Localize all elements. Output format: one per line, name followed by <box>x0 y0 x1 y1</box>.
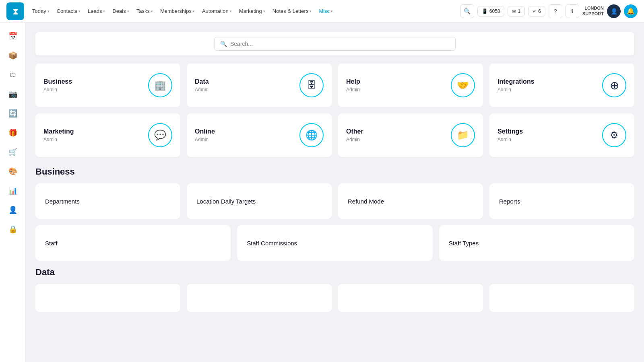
marketing-icon: 💬 <box>148 123 172 147</box>
svg-text:⧗: ⧗ <box>12 6 19 16</box>
chevron-icon: ▾ <box>151 9 153 13</box>
sidebar-item-folders[interactable]: 🗂 <box>4 66 22 84</box>
card-other[interactable]: Other Admin 📁 <box>338 113 483 157</box>
data-icon: 🗄 <box>299 73 324 97</box>
app-logo[interactable]: ⧗ <box>6 2 24 20</box>
sidebar-item-calendar[interactable]: 📅 <box>4 27 22 45</box>
sidebar-item-lock[interactable]: 🔒 <box>4 220 22 238</box>
sidebar: 📅 📦 🗂 📷 🔄 🎁 🛒 🎨 📊 👤 🔒 <box>0 23 26 362</box>
sidebar-item-design[interactable]: 🎨 <box>4 162 22 180</box>
search-input[interactable] <box>230 41 450 47</box>
card-business[interactable]: Business Admin 🏢 <box>35 64 180 107</box>
card-departments[interactable]: Departments <box>35 183 180 219</box>
main-content: 🔍 Business Admin 🏢 Data Admin 🗄 Help Adm… <box>26 23 644 362</box>
nav-marketing[interactable]: Marketing ▾ <box>236 6 268 16</box>
nav-automation[interactable]: Automation ▾ <box>199 6 235 16</box>
sidebar-item-history[interactable]: 🔄 <box>4 105 22 122</box>
card-marketing[interactable]: Marketing Admin 💬 <box>35 113 180 157</box>
phone-icon: 📱 <box>482 8 488 14</box>
business-icon: 🏢 <box>148 73 172 97</box>
online-icon: 🌐 <box>299 123 324 147</box>
business-row-1: Departments Location Daily Targets Refun… <box>35 183 634 219</box>
nav-misc[interactable]: Misc ▾ <box>316 6 336 16</box>
avatar[interactable]: 👤 <box>607 4 621 18</box>
chevron-icon: ▾ <box>127 9 129 13</box>
tasks-button[interactable]: ✓ 6 <box>528 6 545 16</box>
email-icon: ✉ <box>512 8 516 14</box>
data-section-title: Data <box>35 267 634 278</box>
business-section-title: Business <box>35 167 634 177</box>
data-card-2[interactable] <box>187 284 332 312</box>
chevron-icon: ▾ <box>103 9 105 13</box>
chevron-icon: ▾ <box>310 9 312 13</box>
sidebar-item-camera[interactable]: 📷 <box>4 85 22 103</box>
checkmark-icon: ✓ <box>533 8 537 14</box>
card-data[interactable]: Data Admin 🗄 <box>187 64 332 107</box>
chevron-icon: ▾ <box>230 9 232 13</box>
data-section: Data <box>35 267 634 312</box>
phone-button[interactable]: 📱 6058 <box>477 6 505 16</box>
sidebar-item-user[interactable]: 👤 <box>4 201 22 219</box>
chevron-icon: ▾ <box>331 9 333 13</box>
sidebar-item-gift[interactable]: 🎁 <box>4 124 22 142</box>
card-staff-commissions[interactable]: Staff Commissions <box>237 225 432 261</box>
integrations-icon: ⊕ <box>602 73 626 97</box>
chevron-icon: ▾ <box>263 9 265 13</box>
data-row-1 <box>35 284 634 312</box>
data-card-3[interactable] <box>338 284 483 312</box>
location-label: LONDON SUPPORT <box>582 6 604 16</box>
card-online[interactable]: Online Admin 🌐 <box>187 113 332 157</box>
business-row-2: Staff Staff Commissions Staff Types <box>35 225 634 261</box>
sidebar-item-box[interactable]: 📦 <box>4 47 22 64</box>
notification-button[interactable]: 🔔 <box>624 4 638 18</box>
email-button[interactable]: ✉ 1 <box>508 6 525 16</box>
nav-deals[interactable]: Deals ▾ <box>109 6 132 16</box>
data-card-4[interactable] <box>489 284 634 312</box>
card-settings[interactable]: Settings Admin ⚙ <box>489 113 634 157</box>
nav-memberships[interactable]: Memberships ▾ <box>157 6 198 16</box>
sidebar-item-reports[interactable]: 📊 <box>4 182 22 200</box>
search-icon: 🔍 <box>220 41 227 47</box>
nav-notes-letters[interactable]: Notes & Letters ▾ <box>269 6 315 16</box>
nav-right-actions: 🔍 📱 6058 ✉ 1 ✓ 6 ? ℹ LONDON SUPPORT 👤 🔔 <box>460 4 638 18</box>
chevron-icon: ▾ <box>47 9 50 13</box>
card-help[interactable]: Help Admin 🤝 <box>338 64 483 107</box>
sidebar-item-cart[interactable]: 🛒 <box>4 143 22 161</box>
business-section: Business Departments Location Daily Targ… <box>35 167 634 261</box>
category-card-grid: Business Admin 🏢 Data Admin 🗄 Help Admin… <box>35 64 634 157</box>
nav-menu: Today ▾ Contacts ▾ Leads ▾ Deals ▾ Tasks… <box>29 6 459 16</box>
nav-tasks[interactable]: Tasks ▾ <box>133 6 156 16</box>
top-navigation: ⧗ Today ▾ Contacts ▾ Leads ▾ Deals ▾ Tas… <box>0 0 644 23</box>
card-location-daily-targets[interactable]: Location Daily Targets <box>187 183 332 219</box>
card-reports[interactable]: Reports <box>489 183 634 219</box>
settings-icon: ⚙ <box>602 123 626 147</box>
chevron-icon: ▾ <box>193 9 195 13</box>
card-staff-types[interactable]: Staff Types <box>439 225 634 261</box>
info-button[interactable]: ℹ <box>566 4 579 18</box>
other-icon: 📁 <box>451 123 475 147</box>
nav-leads[interactable]: Leads ▾ <box>85 6 108 16</box>
nav-contacts[interactable]: Contacts ▾ <box>54 6 84 16</box>
data-card-1[interactable] <box>35 284 180 312</box>
card-integrations[interactable]: Integrations Admin ⊕ <box>489 64 634 107</box>
card-staff[interactable]: Staff <box>35 225 231 261</box>
search-bar[interactable]: 🔍 <box>214 37 456 51</box>
card-refund-mode[interactable]: Refund Mode <box>338 183 483 219</box>
nav-today[interactable]: Today ▾ <box>29 6 53 16</box>
help-button[interactable]: ? <box>549 4 562 18</box>
help-icon: 🤝 <box>451 73 475 97</box>
search-button[interactable]: 🔍 <box>460 4 474 18</box>
chevron-icon: ▾ <box>78 9 80 13</box>
search-container: 🔍 <box>35 32 634 56</box>
